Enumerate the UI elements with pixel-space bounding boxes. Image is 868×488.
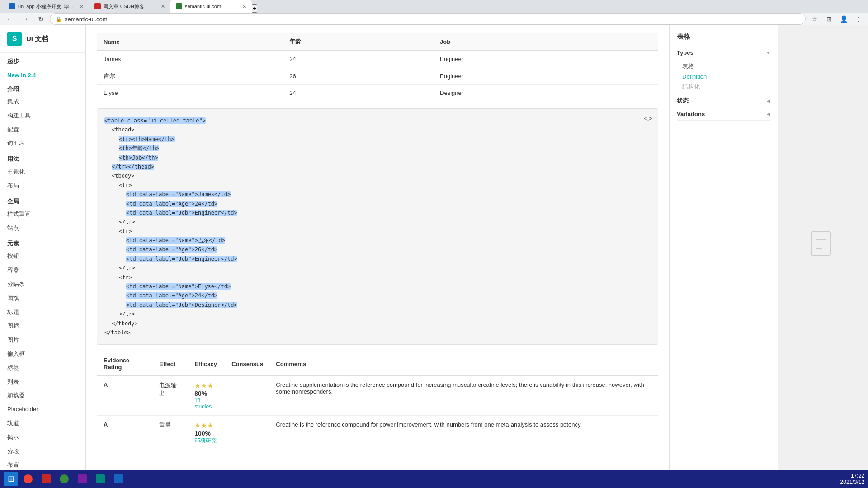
sidebar-item-guidao[interactable]: 轨道 xyxy=(0,417,85,431)
sidebar-group-qibu: 起步 xyxy=(0,53,85,67)
table-row: Elyse 24 Designer xyxy=(97,85,658,101)
cell-age-0: 24 xyxy=(283,51,434,67)
right-sidebar-sub-jiegouhua[interactable]: 结构化 xyxy=(682,81,770,92)
chevron-left-icon-2: ◀ xyxy=(767,112,770,117)
browser-toolbar: ← → ↻ 🔒 semantic-ui.com ☆ ⊞ 👤 ⋮ xyxy=(0,13,868,26)
right-sidebar-status[interactable]: 状态 ◀ xyxy=(677,94,770,108)
stars-icon-0: ★★★ xyxy=(194,382,213,389)
tab-label-uniapp: uni-app 小程序开发_哔哩哔哩 xyxy=(18,3,77,10)
sidebar-item-placeholder[interactable]: Placeholder xyxy=(0,403,85,417)
sidebar-item-buzhi[interactable]: 布置 xyxy=(0,458,85,470)
address-bar[interactable]: 🔒 semantic-ui.com xyxy=(50,13,806,25)
evidence-table: Evidence Rating Effect Efficacy Consensu… xyxy=(97,352,658,450)
tab-csdn[interactable]: 写文章-CSDN博客 ✕ xyxy=(89,0,170,13)
taskbar-app-blue[interactable] xyxy=(110,472,127,486)
start-button[interactable]: ⊞ xyxy=(4,472,18,486)
toolbar-actions: ☆ ⊞ 👤 ⋮ xyxy=(808,13,864,25)
taskbar-app-chrome[interactable] xyxy=(20,472,36,486)
efficacy-pct-1: 100% xyxy=(194,430,219,437)
taskbar-app-green[interactable] xyxy=(56,472,72,486)
tab-uniapp[interactable]: uni-app 小程序开发_哔哩哔哩 ✕ xyxy=(4,0,89,13)
demo-table-body: James 24 Engineer 吉尔 26 Engineer Elyse 2… xyxy=(97,51,658,101)
clock-time: 17:22 xyxy=(840,473,864,479)
taskbar-app-csdn[interactable] xyxy=(38,472,54,486)
code-expand-button[interactable]: <> xyxy=(644,113,652,126)
sidebar-item-biaoqian[interactable]: 标签 xyxy=(0,361,85,375)
evidence-consensus-0 xyxy=(225,375,269,416)
sidebar-item-tupian[interactable]: 图片 xyxy=(0,333,85,347)
forward-button[interactable]: → xyxy=(19,13,32,25)
evidence-row-0: A 电源输出 ★★★ 80% 18 studies Creatine suppl… xyxy=(97,375,658,416)
sidebar-logo: S UI 文档 xyxy=(0,25,85,53)
sidebar-group-yuansu: 元素 xyxy=(0,235,85,249)
profile-icon[interactable]: 👤 xyxy=(837,13,850,25)
content-inner: Name 年龄 Job James 24 Engineer 吉尔 26 Engi… xyxy=(86,25,669,458)
purple-app-icon xyxy=(78,474,87,483)
chevron-down-icon: ▼ xyxy=(766,50,770,55)
col-header-job: Job xyxy=(434,33,658,51)
sidebar-item-gongju[interactable]: 构建工具 xyxy=(0,109,85,123)
sidebar-item-shurukuang[interactable]: 输入框 xyxy=(0,347,85,361)
extensions-icon[interactable]: ⊞ xyxy=(823,13,835,25)
sidebar-item-liebiao[interactable]: 列表 xyxy=(0,375,85,389)
tab-favicon-uniapp xyxy=(9,3,15,9)
blue-app-icon xyxy=(114,474,123,483)
address-text: semantic-ui.com xyxy=(65,16,108,23)
sidebar-item-fenduan[interactable]: 分段 xyxy=(0,445,85,459)
tab-close-semantic[interactable]: ✕ xyxy=(242,4,246,9)
green-app-icon xyxy=(60,474,69,483)
tab-favicon-semantic xyxy=(176,3,182,9)
taskbar-app-teal[interactable] xyxy=(92,472,108,486)
sidebar-item-anniu[interactable]: 按钮 xyxy=(0,249,85,263)
bookmark-icon[interactable]: ☆ xyxy=(808,13,821,25)
taskbar-app-purple[interactable] xyxy=(74,472,90,486)
sidebar-item-zhutifhua[interactable]: 主题化 xyxy=(0,165,85,179)
new-tab-button[interactable]: + xyxy=(252,4,257,13)
right-sidebar-types[interactable]: Types ▼ xyxy=(677,47,770,59)
browser-chrome: uni-app 小程序开发_哔哩哔哩 ✕ 写文章-CSDN博客 ✕ semant… xyxy=(0,0,868,25)
sidebar-item-jieshi[interactable]: 揭示 xyxy=(0,431,85,445)
sidebar-group-jieshao: 介绍 xyxy=(0,80,85,95)
tab-close-uniapp[interactable]: ✕ xyxy=(80,4,84,9)
sidebar-item-rongqi[interactable]: 容器 xyxy=(0,263,85,277)
tab-semantic[interactable]: semantic-ui.com ✕ xyxy=(170,0,252,13)
evidence-rating-0: A xyxy=(97,375,153,416)
tab-close-csdn[interactable]: ✕ xyxy=(161,4,165,9)
efficacy-link-0[interactable]: 18 studies xyxy=(194,397,219,410)
sidebar-item-yangshichongzhi[interactable]: 样式重置 xyxy=(0,207,85,221)
reload-button[interactable]: ↻ xyxy=(34,13,47,25)
sidebar-item-fengeti[interactable]: 分隔条 xyxy=(0,277,85,291)
sidebar-item-peizhi[interactable]: 配置 xyxy=(0,123,85,137)
sidebar-item-jiazaiq[interactable]: 加载器 xyxy=(0,389,85,403)
efficacy-pct-0: 80% xyxy=(194,390,219,397)
demo-table: Name 年龄 Job James 24 Engineer 吉尔 26 Engi… xyxy=(97,33,658,101)
sidebar-item-tubiao[interactable]: 图标 xyxy=(0,319,85,333)
clock-date: 2021/3/12 xyxy=(840,479,864,485)
chevron-left-icon: ◀ xyxy=(767,99,770,103)
cell-name-0: James xyxy=(97,51,283,67)
app-body: S UI 文档 起步 New in 2.4 介绍 集成 构建工具 配置 词汇表 … xyxy=(0,25,868,470)
evidence-effect-0: 电源输出 xyxy=(153,375,188,416)
evidence-col-effect: Effect xyxy=(153,352,188,376)
cell-job-1: Engineer xyxy=(434,67,658,85)
menu-icon[interactable]: ⋮ xyxy=(852,13,864,25)
sidebar-group-quanju: 全局 xyxy=(0,193,85,207)
sidebar-item-guoqi[interactable]: 国旗 xyxy=(0,291,85,305)
right-sidebar-variations[interactable]: Variations ◀ xyxy=(677,108,770,121)
browser-tabs: uni-app 小程序开发_哔哩哔哩 ✕ 写文章-CSDN博客 ✕ semant… xyxy=(0,0,868,13)
right-sidebar-sub-definition[interactable]: Definition xyxy=(682,72,770,81)
evidence-comments-1: Creatine is the reference compound for p… xyxy=(269,416,658,450)
evidence-col-consensus: Consensus xyxy=(225,352,269,376)
efficacy-link-1[interactable]: 65项研究 xyxy=(194,437,219,445)
sidebar-item-jicheng[interactable]: 集成 xyxy=(0,95,85,109)
right-sidebar-sub-biaoge[interactable]: 表格 xyxy=(682,61,770,72)
right-sidebar-status-label: 状态 xyxy=(677,97,689,105)
sidebar-item-cibiao[interactable]: 词汇表 xyxy=(0,136,85,150)
right-sidebar-title: 表格 xyxy=(677,33,770,41)
sidebar-item-buju[interactable]: 布局 xyxy=(0,179,85,193)
right-sidebar-types-sub: 表格 Definition 结构化 xyxy=(677,59,770,94)
demo-table-head: Name 年龄 Job xyxy=(97,33,658,51)
back-button[interactable]: ← xyxy=(4,13,16,25)
sidebar-item-biaoti[interactable]: 标题 xyxy=(0,305,85,319)
sidebar-item-zhandian[interactable]: 站点 xyxy=(0,221,85,235)
